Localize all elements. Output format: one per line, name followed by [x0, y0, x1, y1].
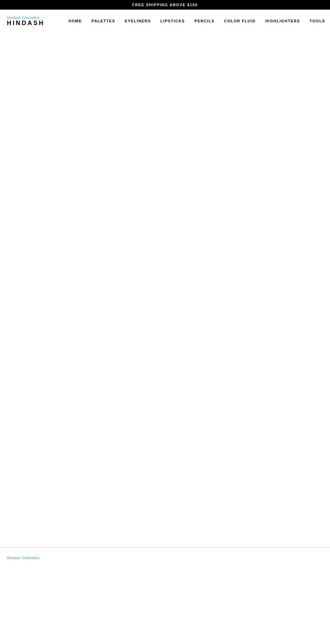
nav-item-lipsticks[interactable]: LIPSTICKS: [156, 19, 190, 23]
nav-item-tools[interactable]: TOOLS: [305, 19, 330, 23]
footer: Hindash Cosmetics: [0, 547, 330, 644]
main-content: [0, 32, 330, 547]
nav-item-home[interactable]: HOME: [64, 19, 87, 23]
nav-item-color-fluid[interactable]: COLOR FLUID: [219, 19, 261, 23]
announcement-text: FREE SHIPPING ABOVE $160: [132, 3, 198, 7]
nav-item-highlighters[interactable]: HIGHLIGHTERS: [261, 19, 305, 23]
logo-brand-link[interactable]: Hindash Cosmetics: [7, 15, 45, 19]
nav-item-eyeliners[interactable]: EYELINERS: [120, 19, 156, 23]
nav-item-palettes[interactable]: PALETTES: [87, 19, 120, 23]
footer-logo-link[interactable]: Hindash Cosmetics: [7, 556, 40, 560]
main-nav: HOME PALETTES EYELINERS LIPSTICKS PENCIL…: [64, 19, 330, 23]
announcement-bar: FREE SHIPPING ABOVE $160: [0, 0, 330, 10]
logo-text: HINDASH: [7, 19, 45, 26]
nav-item-pencils[interactable]: PENCILS: [190, 19, 219, 23]
logo-container: Hindash Cosmetics HINDASH: [7, 15, 45, 26]
header: Hindash Cosmetics HINDASH HOME PALETTES …: [0, 10, 330, 32]
